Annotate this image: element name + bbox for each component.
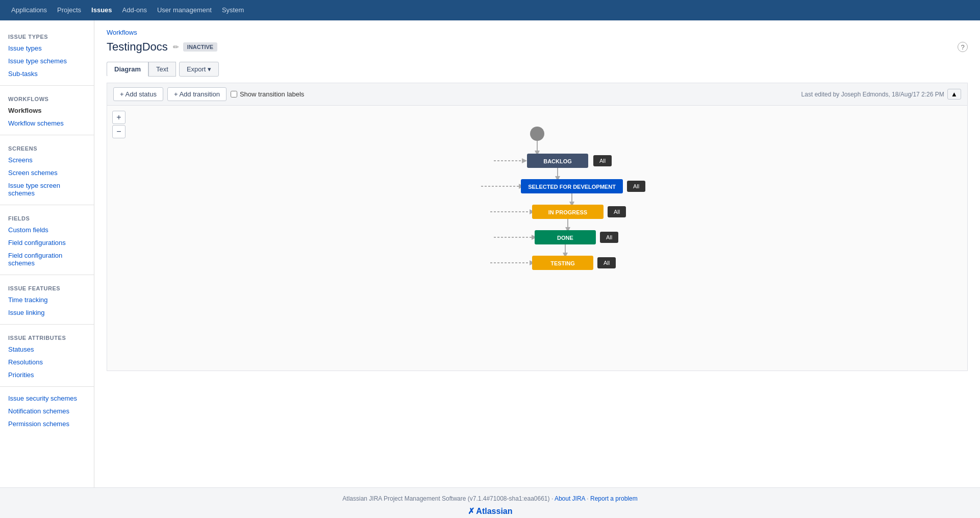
nav-applications[interactable]: Applications [6,0,52,20]
diagram-area: + − BACKLOG All [107,106,968,371]
status-backlog-label: BACKLOG [543,158,572,164]
add-status-button[interactable]: + Add status [113,87,163,101]
toolbar-left: + Add status + Add transition Show trans… [113,87,304,101]
all-badge-inprogress-text: All [614,209,620,215]
sidebar-item-workflow-schemes[interactable]: Workflow schemes [0,117,94,130]
sidebar-item-issue-linking[interactable]: Issue linking [0,306,94,319]
sidebar-item-issue-security-schemes[interactable]: Issue security schemes [0,392,94,405]
sidebar-item-screens[interactable]: Screens [0,154,94,166]
status-selected-label: SELECTED FOR DEVELOPMENT [528,184,616,190]
zoom-controls: + − [112,111,125,138]
sidebar-item-custom-fields[interactable]: Custom fields [0,224,94,236]
tabs-row: Diagram Text Export ▾ [107,62,968,77]
arrow-dashed-backlog-head [522,158,527,163]
workflow-svg: BACKLOG All SELECTED FOR DEVELOPMENT All [107,106,967,351]
all-badge-testing-text: All [604,260,610,266]
nav-system[interactable]: System [217,0,249,20]
all-badge-done-text: All [606,234,612,240]
tabs: Diagram Text [107,62,176,77]
sidebar-item-sub-tasks[interactable]: Sub-tasks [0,67,94,80]
toolbar: + Add status + Add transition Show trans… [107,83,968,106]
sidebar-section-issue-types: ISSUE TYPES [0,29,94,42]
sidebar-section-workflows: WORKFLOWS [0,91,94,104]
sidebar-section-issue-attributes: ISSUE ATTRIBUTES [0,330,94,343]
sidebar-item-priorities[interactable]: Priorities [0,368,94,381]
sidebar: ISSUE TYPES Issue types Issue type schem… [0,20,94,487]
sidebar-item-resolutions[interactable]: Resolutions [0,356,94,368]
footer-separator-2: · [587,495,590,502]
collapse-button[interactable]: ▲ [947,89,961,100]
main-content: Workflows TestingDocs ✏ INACTIVE ? Diagr… [94,20,980,487]
add-transition-button[interactable]: + Add transition [167,87,227,101]
sidebar-section-issue-features: ISSUE FEATURES [0,280,94,293]
toolbar-right: Last edited by Joseph Edmonds, 18/Aug/17… [801,89,961,100]
sidebar-section-screens: SCREENS [0,140,94,154]
breadcrumb: Workflows [107,29,968,36]
last-edited-text: Last edited by Joseph Edmonds, 18/Aug/17… [801,91,944,98]
sidebar-item-notification-schemes[interactable]: Notification schemes [0,405,94,417]
tab-text[interactable]: Text [148,62,176,77]
help-icon[interactable]: ? [958,42,968,52]
nav-issues[interactable]: Issues [86,0,117,20]
footer: Atlassian JIRA Project Management Softwa… [0,487,980,518]
sidebar-item-field-configuration-schemes[interactable]: Field configuration schemes [0,249,94,269]
sidebar-item-issue-types[interactable]: Issue types [0,42,94,55]
sidebar-item-issue-type-screen-schemes[interactable]: Issue type screen schemes [0,179,94,200]
breadcrumb-workflows-link[interactable]: Workflows [107,29,137,36]
all-badge-backlog-text: All [599,158,606,164]
tab-diagram[interactable]: Diagram [107,62,148,77]
sidebar-item-screen-schemes[interactable]: Screen schemes [0,166,94,179]
status-inprogress-label: IN PROGRESS [548,209,587,215]
nav-addons[interactable]: Add-ons [117,0,152,20]
page-title: TestingDocs [107,40,168,54]
zoom-out-button[interactable]: − [112,125,125,138]
top-nav: Applications Projects Issues Add-ons Use… [0,0,980,20]
footer-report-link[interactable]: Report a problem [590,495,638,502]
status-testing-label: TESTING [550,260,575,266]
nav-projects[interactable]: Projects [52,0,86,20]
show-transition-labels-checkbox[interactable] [231,91,237,97]
footer-about-link[interactable]: About JIRA [555,495,585,502]
atlassian-logo: ✗ Atlassian [7,506,973,516]
export-button[interactable]: Export ▾ [179,62,219,77]
sidebar-item-statuses[interactable]: Statuses [0,343,94,356]
sidebar-section-fields: FIELDS [0,210,94,224]
all-badge-selected-text: All [633,183,639,189]
sidebar-item-time-tracking[interactable]: Time tracking [0,293,94,306]
sidebar-item-issue-type-schemes[interactable]: Issue type schemes [0,55,94,67]
page-header: TestingDocs ✏ INACTIVE ? [107,40,968,54]
sidebar-item-workflows[interactable]: Workflows [0,104,94,117]
sidebar-item-field-configurations[interactable]: Field configurations [0,236,94,249]
start-circle [530,127,544,141]
status-done-label: DONE [557,235,573,241]
zoom-in-button[interactable]: + [112,111,125,124]
edit-icon[interactable]: ✏ [173,43,179,51]
sidebar-item-permission-schemes[interactable]: Permission schemes [0,417,94,430]
show-transition-labels-text: Show transition labels [240,90,304,98]
show-transition-labels-label[interactable]: Show transition labels [231,90,304,98]
status-badge: INACTIVE [183,42,217,52]
nav-user-management[interactable]: User management [152,0,217,20]
footer-version-text: Atlassian JIRA Project Management Softwa… [342,495,549,502]
